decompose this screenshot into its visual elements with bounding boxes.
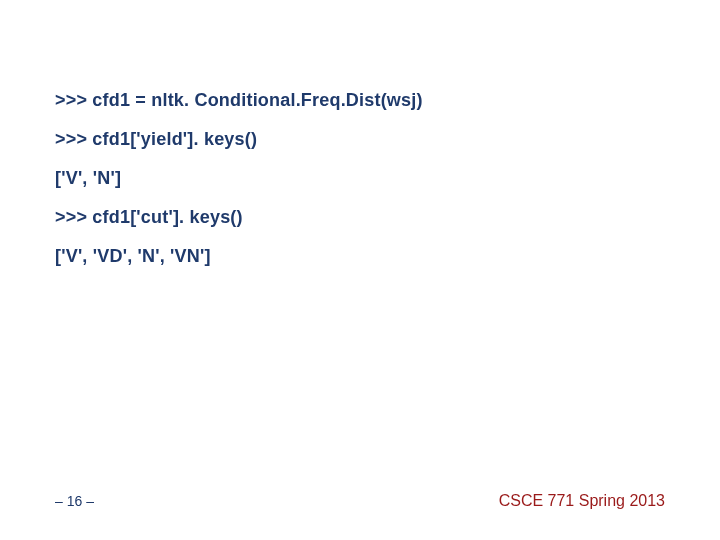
page-number: – 16 –	[55, 493, 94, 509]
code-line: ['V', 'VD', 'N', 'VN']	[55, 246, 665, 267]
slide-footer: – 16 – CSCE 771 Spring 2013	[0, 492, 720, 510]
code-line: ['V', 'N']	[55, 168, 665, 189]
course-label: CSCE 771 Spring 2013	[499, 492, 665, 510]
slide-content: >>> cfd1 = nltk. Conditional.Freq.Dist(w…	[0, 0, 720, 267]
code-line: >>> cfd1['cut']. keys()	[55, 207, 665, 228]
code-line: >>> cfd1 = nltk. Conditional.Freq.Dist(w…	[55, 90, 665, 111]
code-line: >>> cfd1['yield']. keys()	[55, 129, 665, 150]
